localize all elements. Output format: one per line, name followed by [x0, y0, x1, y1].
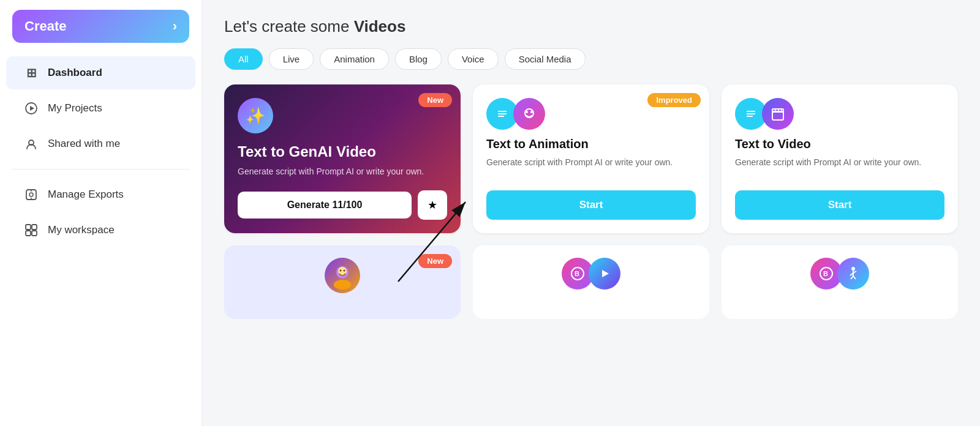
svg-line-42	[853, 276, 856, 279]
sidebar-item-label: Dashboard	[48, 67, 102, 79]
filter-tab-voice[interactable]: Voice	[448, 48, 499, 70]
avatar-icon	[325, 258, 360, 293]
svg-rect-9	[26, 231, 31, 236]
bottom-card-icons-2: B	[810, 258, 869, 290]
card-title: Text to GenAI Video	[238, 143, 447, 160]
card-icons	[735, 98, 944, 130]
card-description: Generate script with Prompt AI or write …	[238, 165, 447, 178]
svg-point-28	[334, 280, 351, 290]
dancer-icon-circle	[837, 258, 869, 290]
workspace-icon	[23, 222, 39, 238]
sidebar-divider	[12, 169, 189, 170]
badge-improved: Improved	[647, 93, 701, 107]
filter-tab-live[interactable]: Live	[269, 48, 314, 70]
genai-icon: ✨	[238, 98, 273, 133]
svg-marker-34	[602, 270, 609, 277]
svg-point-37	[851, 267, 855, 271]
filter-tab-blog[interactable]: Blog	[395, 48, 442, 70]
sidebar-item-shared-with-me[interactable]: Shared with me	[6, 127, 195, 160]
card-title: Text to Animation	[486, 137, 696, 151]
filter-tabs: All Live Animation Blog Voice Social Med…	[224, 48, 958, 70]
svg-point-17	[526, 111, 528, 113]
main-content: Let's create some Videos All Live Animat…	[202, 0, 980, 426]
play-icon-circle	[589, 258, 620, 290]
svg-rect-10	[32, 231, 37, 236]
card-text-to-animation: Improved Text to Animation Generate scri…	[473, 84, 709, 233]
card-blog-to-video: B	[473, 245, 709, 319]
sidebar-item-label: Manage Exports	[48, 189, 124, 201]
cards-grid: New ✨ Text to GenAI Video Generate scrip…	[224, 84, 958, 233]
svg-text:B: B	[575, 270, 579, 277]
svg-rect-8	[32, 225, 37, 230]
exports-icon	[23, 187, 39, 203]
animation-icon-circle	[513, 98, 545, 130]
card-genai-video: New ✨ Text to GenAI Video Generate scrip…	[224, 84, 461, 233]
filter-tab-animation[interactable]: Animation	[320, 48, 389, 70]
card-avatar-video: New	[224, 245, 461, 319]
start-button[interactable]: Start	[486, 190, 696, 220]
svg-point-18	[530, 111, 533, 113]
svg-point-31	[344, 270, 345, 272]
shared-icon	[23, 136, 39, 152]
card-title: Text to Video	[735, 137, 944, 151]
svg-text:B: B	[823, 270, 828, 277]
sidebar-item-my-projects[interactable]: My Projects	[6, 92, 195, 125]
sidebar: Create › ⊞ Dashboard My Projects Shared …	[0, 0, 202, 426]
svg-rect-22	[772, 111, 783, 120]
bottom-card-icons: B	[562, 258, 620, 290]
card-blog-dancer: B	[722, 245, 958, 319]
filter-tab-social-media[interactable]: Social Media	[505, 48, 586, 70]
card-description: Generate script with Prompt AI or write …	[486, 156, 696, 181]
svg-rect-7	[26, 225, 31, 230]
svg-point-30	[340, 270, 342, 272]
badge-new-2: New	[418, 254, 452, 268]
filter-tab-all[interactable]: All	[224, 48, 263, 70]
create-arrow-icon: ›	[173, 18, 177, 34]
sidebar-item-label: My workspace	[48, 224, 115, 236]
generate-button[interactable]: Generate 11/100	[238, 192, 412, 219]
dashboard-icon: ⊞	[23, 65, 39, 81]
card-description: Generate script with Prompt AI or write …	[735, 156, 944, 181]
svg-marker-1	[30, 106, 34, 111]
clapperboard-icon-circle	[762, 98, 794, 130]
card-text-to-video: Text to Video Generate script with Promp…	[722, 84, 958, 233]
badge-new: New	[418, 93, 452, 107]
create-button[interactable]: Create ›	[12, 10, 189, 43]
page-title: Let's create some Videos	[224, 17, 958, 36]
svg-point-16	[525, 109, 533, 118]
cards-grid-row2: New B	[224, 245, 958, 319]
card-actions: Generate 11/100 ★	[238, 190, 447, 220]
sidebar-item-my-workspace[interactable]: My workspace	[6, 214, 195, 247]
sidebar-item-label: Shared with me	[48, 138, 120, 150]
svg-point-4	[29, 193, 33, 196]
sidebar-item-dashboard[interactable]: ⊞ Dashboard	[6, 56, 195, 89]
sidebar-item-label: My Projects	[48, 102, 102, 114]
star-button[interactable]: ★	[418, 190, 447, 220]
create-label: Create	[24, 18, 66, 34]
start-button-2[interactable]: Start	[735, 190, 944, 220]
sidebar-item-manage-exports[interactable]: Manage Exports	[6, 178, 195, 211]
projects-icon	[23, 100, 39, 116]
